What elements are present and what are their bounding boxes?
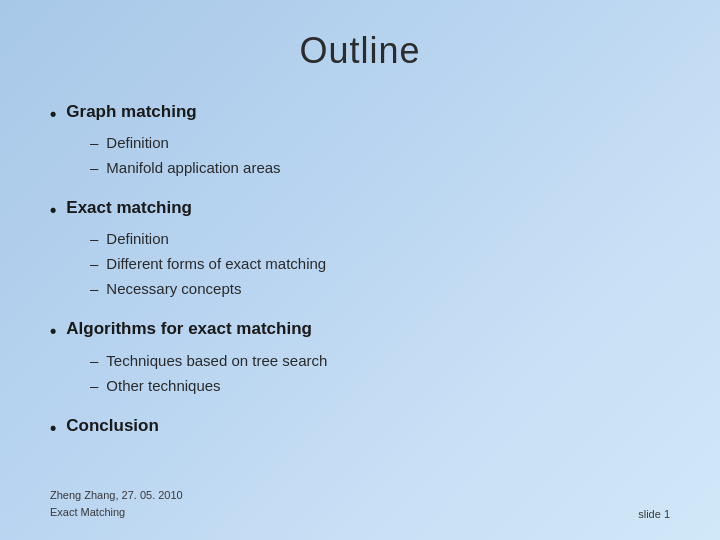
bullet-algorithms: • Algorithms for exact matching	[50, 319, 670, 344]
exact-matching-sub-2: Different forms of exact matching	[106, 252, 326, 276]
list-item: – Different forms of exact matching	[90, 252, 670, 276]
list-item: – Definition	[90, 227, 670, 251]
bullet-dot-3: •	[50, 319, 56, 344]
dash-icon: –	[90, 349, 98, 373]
exact-matching-label: Exact matching	[66, 198, 192, 218]
bullet-conclusion: • Conclusion	[50, 416, 670, 441]
dash-icon: –	[90, 131, 98, 155]
list-item: – Other techniques	[90, 374, 670, 398]
slide-title: Outline	[50, 30, 670, 72]
dash-icon: –	[90, 156, 98, 180]
slide-footer: Zheng Zhang, 27. 05. 2010 Exact Matching…	[50, 477, 670, 520]
algorithms-label: Algorithms for exact matching	[66, 319, 312, 339]
bullet-dot-2: •	[50, 198, 56, 223]
list-item: – Necessary concepts	[90, 277, 670, 301]
bullet-dot-4: •	[50, 416, 56, 441]
graph-matching-label: Graph matching	[66, 102, 196, 122]
slide: Outline • Graph matching – Definition – …	[0, 0, 720, 540]
list-item: – Definition	[90, 131, 670, 155]
bullet-exact-matching: • Exact matching	[50, 198, 670, 223]
footer-author: Zheng Zhang, 27. 05. 2010 Exact Matching	[50, 487, 183, 520]
footer-author-line1: Zheng Zhang, 27. 05. 2010	[50, 487, 183, 504]
algorithms-subitems: – Techniques based on tree search – Othe…	[90, 349, 670, 398]
conclusion-label: Conclusion	[66, 416, 159, 436]
algorithms-sub-2: Other techniques	[106, 374, 220, 398]
dash-icon: –	[90, 374, 98, 398]
list-item: – Techniques based on tree search	[90, 349, 670, 373]
dash-icon: –	[90, 277, 98, 301]
graph-matching-subitems: – Definition – Manifold application area…	[90, 131, 670, 180]
footer-slide-number: slide 1	[638, 508, 670, 520]
graph-matching-sub-2: Manifold application areas	[106, 156, 280, 180]
section-exact-matching: • Exact matching – Definition – Differen…	[50, 198, 670, 301]
dash-icon: –	[90, 227, 98, 251]
list-item: – Manifold application areas	[90, 156, 670, 180]
bullet-dot-1: •	[50, 102, 56, 127]
exact-matching-sub-1: Definition	[106, 227, 169, 251]
section-graph-matching: • Graph matching – Definition – Manifold…	[50, 102, 670, 180]
dash-icon: –	[90, 252, 98, 276]
footer-author-line2: Exact Matching	[50, 504, 183, 521]
exact-matching-subitems: – Definition – Different forms of exact …	[90, 227, 670, 301]
section-conclusion: • Conclusion	[50, 416, 670, 443]
bullet-graph-matching: • Graph matching	[50, 102, 670, 127]
section-algorithms: • Algorithms for exact matching – Techni…	[50, 319, 670, 397]
content-area: • Graph matching – Definition – Manifold…	[50, 102, 670, 477]
graph-matching-sub-1: Definition	[106, 131, 169, 155]
exact-matching-sub-3: Necessary concepts	[106, 277, 241, 301]
algorithms-sub-1: Techniques based on tree search	[106, 349, 327, 373]
